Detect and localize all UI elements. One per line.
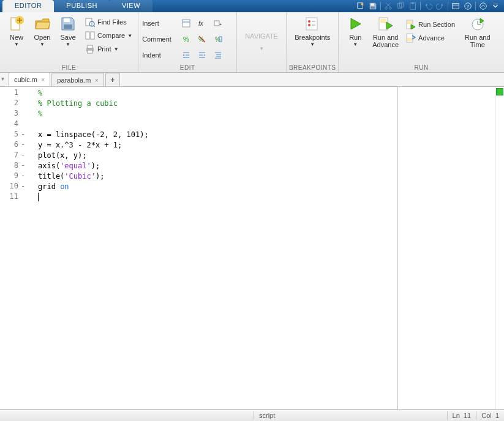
undo-icon[interactable] [423,1,433,11]
actions-dropdown-icon[interactable] [491,1,500,11]
tab-publish-label: PUBLISH [66,2,97,9]
group-navigate: NAVIGATE ▼ [237,12,287,72]
group-breakpoints: Breakpoints ▼ BREAKPOINTS [287,12,339,72]
file-tab-active-label: cubic.m [14,76,37,83]
run-label: Run [349,34,361,41]
help-icon[interactable]: ? [463,1,473,11]
tab-view-label: VIEW [122,2,140,9]
tab-publish[interactable]: PUBLISH [54,0,110,12]
svg-rect-18 [64,24,72,29]
indent-icon[interactable] [180,49,192,61]
find-files-icon [85,17,95,27]
run-icon [347,15,364,32]
outdent-icon[interactable] [196,49,208,61]
run-advance-button[interactable]: Run and Advance [368,13,403,50]
print-icon [85,44,95,54]
compare-button[interactable]: Compare ▼ [83,29,134,42]
comment-wrap-icon[interactable]: % [212,33,224,45]
save-button[interactable]: Save ▼ [55,13,81,49]
group-file: New ▼ Open ▼ Save ▼ Find Files [0,12,138,72]
navigate-label: NAVIGATE [245,32,278,40]
group-navigate-spacer [237,64,286,72]
qat-sep-4 [475,2,476,10]
chevron-down-icon: ▼ [310,42,315,47]
svg-rect-46 [306,18,317,30]
svg-point-13 [480,3,487,10]
navigate-icon [253,26,270,31]
svg-line-21 [94,26,95,27]
status-col-value: 1 [495,412,499,419]
breakpoint-gutter[interactable]: ------ [21,87,27,409]
insert-label: Insert [142,20,176,27]
advance-label: Advance [418,34,445,42]
qat-icon-1[interactable] [356,1,366,11]
run-advance-icon [377,15,394,32]
new-button[interactable]: New ▼ [4,13,29,49]
svg-rect-54 [407,21,412,24]
tabs-chevron-icon[interactable]: ▾ [1,75,4,82]
file-tab-other[interactable]: parabola.m × [51,73,103,86]
comment-button[interactable]: Comment % % % [142,33,224,45]
close-icon[interactable]: × [41,76,45,83]
group-edit: Insert fx Comment % % % Indent [138,12,237,72]
code-area[interactable]: %% Plotting a cubic%x = linspace(-2, 2, … [27,87,397,409]
svg-rect-2 [371,7,375,9]
cut-icon[interactable] [383,1,393,11]
new-icon [8,15,25,32]
svg-rect-9 [453,4,459,9]
redo-icon[interactable] [435,1,445,11]
compare-icon [85,31,95,40]
svg-text:?: ? [467,4,470,9]
svg-rect-56 [407,38,412,41]
new-label: New [10,34,23,41]
close-icon[interactable]: × [94,76,98,84]
group-breakpoints-label: BREAKPOINTS [287,64,338,72]
find-files-button[interactable]: Find Files [83,16,134,28]
chevron-down-icon: ▼ [40,42,45,47]
group-edit-label: EDIT [138,64,236,72]
message-strip[interactable] [495,87,504,409]
print-button[interactable]: Print ▼ [83,43,134,55]
svg-rect-22 [86,32,89,39]
smart-indent-icon[interactable] [212,49,224,61]
paste-icon[interactable] [408,1,418,11]
status-ln-value: 11 [464,412,471,419]
insert-fx-icon[interactable]: fx [196,17,208,29]
indent-button[interactable]: Indent [142,49,224,61]
open-button[interactable]: Open ▼ [29,13,55,49]
breakpoints-button[interactable]: Breakpoints ▼ [290,13,334,49]
qat-sep-1 [380,2,381,10]
navigate-button[interactable]: NAVIGATE ▼ [241,24,282,53]
advance-button[interactable]: Advance [404,32,457,44]
save-icon[interactable] [368,1,378,11]
editor-right-panel [397,87,495,409]
tab-view[interactable]: VIEW [110,0,152,12]
run-time-button[interactable]: Run and Time [461,13,495,50]
svg-rect-27 [182,20,190,27]
file-tab-active[interactable]: cubic.m × [9,72,50,86]
line-number-gutter: 1234567891011 [0,87,21,409]
run-section-button[interactable]: Run Section [404,18,457,31]
editor: 1234567891011 ------ %% Plotting a cubic… [0,87,504,409]
comment-add-icon[interactable]: % [180,33,192,45]
copy-icon[interactable] [396,1,405,11]
minimize-ribbon-icon[interactable] [478,1,488,11]
tab-editor[interactable]: EDITOR [2,0,54,12]
svg-point-4 [389,7,392,10]
qat-sep-3 [448,2,448,10]
insert-section-icon[interactable] [180,17,192,29]
svg-rect-8 [412,2,414,4]
window-icon[interactable] [451,1,461,11]
insert-button[interactable]: Insert fx [142,17,224,29]
svg-point-48 [308,24,310,26]
run-time-icon [469,15,486,32]
file-tabs: ▾ cubic.m × parabola.m × + [0,73,504,87]
insert-dropdown-icon[interactable] [212,17,224,29]
svg-point-3 [385,7,388,10]
run-button[interactable]: Run ▼ [342,13,368,49]
new-tab-button[interactable]: + [105,73,120,86]
chevron-down-icon: ▼ [114,47,119,52]
compare-label: Compare [97,32,125,39]
run-section-label: Run Section [418,21,455,28]
comment-remove-icon[interactable]: % [196,33,208,45]
